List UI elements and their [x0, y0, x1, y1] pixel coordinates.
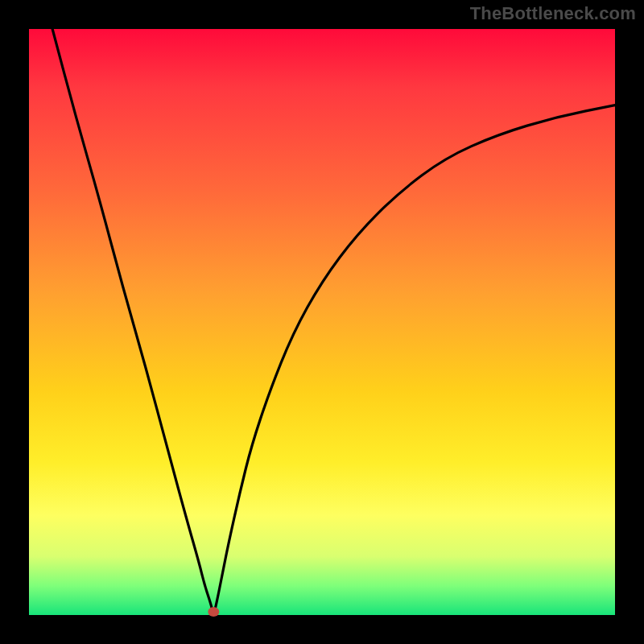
- watermark-text: TheBottleneck.com: [470, 3, 636, 24]
- minimum-marker: [208, 607, 219, 617]
- plot-area: [29, 29, 615, 615]
- chart-frame: TheBottleneck.com: [0, 0, 644, 644]
- curve-path: [52, 29, 615, 615]
- bottleneck-curve: [29, 29, 615, 615]
